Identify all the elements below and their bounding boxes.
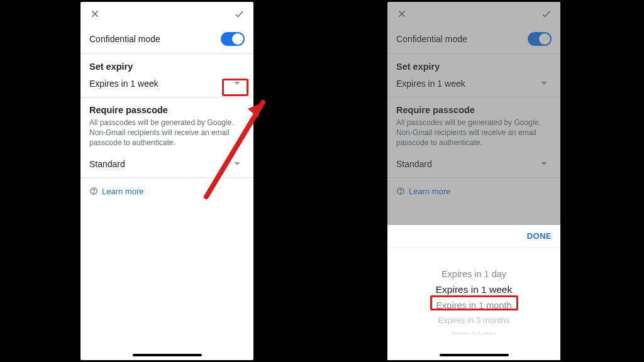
expiry-dropdown[interactable]: Expires in 1 week [387, 74, 560, 97]
picker-option[interactable]: Expires in 1 month [387, 298, 560, 313]
set-expiry-title: Set expiry [80, 54, 253, 74]
passcode-dropdown[interactable]: Standard [387, 155, 560, 177]
phone-screenshot-right: Confidential mode Set expiry Expires in … [387, 2, 560, 360]
passcode-description: All passcodes will be generated by Googl… [387, 118, 560, 155]
chevron-down-icon [536, 158, 552, 170]
svg-point-5 [401, 193, 401, 194]
phone-screenshot-left: Confidential mode Set expiry Expires in … [80, 2, 253, 360]
picker-option-selected[interactable]: Expires in 1 week [387, 282, 560, 298]
confidential-mode-toggle[interactable] [221, 32, 245, 46]
close-icon[interactable] [396, 8, 408, 19]
svg-point-1 [94, 193, 94, 194]
confidential-mode-label: Confidential mode [89, 34, 160, 44]
learn-more-row[interactable]: Learn more [387, 178, 560, 205]
help-icon [396, 187, 405, 195]
picker-option[interactable]: Expires in 3 months [387, 313, 560, 327]
learn-more-link: Learn more [409, 187, 450, 196]
home-indicator [133, 354, 202, 356]
close-icon[interactable] [89, 8, 101, 19]
passcode-value: Standard [396, 159, 432, 169]
help-icon [89, 187, 98, 195]
passcode-description: All passcodes will be generated by Googl… [80, 118, 253, 155]
confidential-mode-label: Confidential mode [396, 34, 467, 44]
done-button[interactable]: DONE [527, 231, 552, 241]
confidential-mode-row: Confidential mode [80, 25, 253, 54]
require-passcode-title: Require passcode [387, 97, 560, 118]
modal-topbar [80, 2, 253, 25]
chevron-down-icon [536, 78, 552, 89]
learn-more-link: Learn more [102, 187, 143, 196]
home-indicator [440, 354, 509, 356]
modal-topbar [387, 2, 560, 25]
picker-option[interactable]: Expires in 1 day [387, 266, 560, 282]
confidential-mode-toggle[interactable] [528, 32, 552, 46]
confirm-icon[interactable] [233, 8, 245, 19]
require-passcode-title: Require passcode [80, 97, 253, 118]
picker-option[interactable]: Expires in 5 years [387, 331, 560, 336]
passcode-value: Standard [89, 159, 125, 169]
confidential-mode-row: Confidential mode [387, 25, 560, 54]
annotation-box-expiry-dropdown [222, 79, 248, 96]
picker-toolbar: DONE [387, 225, 560, 248]
expiry-value: Expires in 1 week [396, 79, 465, 89]
expiry-value: Expires in 1 week [89, 79, 158, 89]
passcode-dropdown[interactable]: Standard [80, 155, 253, 177]
set-expiry-title: Set expiry [387, 54, 560, 74]
confirm-icon[interactable] [540, 8, 552, 19]
expiry-picker-sheet: DONE Expires in 1 day Expires in 1 week … [387, 225, 560, 360]
learn-more-row[interactable]: Learn more [80, 178, 253, 205]
picker-wheel[interactable]: Expires in 1 day Expires in 1 week Expir… [387, 248, 560, 358]
chevron-down-icon [230, 158, 245, 170]
